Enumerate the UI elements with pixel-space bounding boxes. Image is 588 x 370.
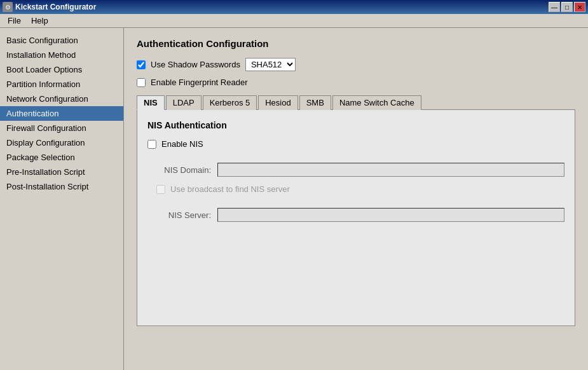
sidebar-item-network-config[interactable]: Network Configuration bbox=[0, 92, 123, 106]
content-area: Authentication Configuration Use Shadow … bbox=[124, 28, 588, 370]
nis-panel: NIS Authentication Enable NIS NIS Domain… bbox=[137, 110, 575, 326]
tab-nis[interactable]: NIS bbox=[137, 95, 165, 110]
fingerprint-row: Enable Fingerprint Reader bbox=[137, 78, 575, 87]
tab-bar: NIS LDAP Kerberos 5 Hesiod SMB Name Swit… bbox=[137, 95, 575, 110]
sidebar-item-basic-config[interactable]: Basic Configuration bbox=[0, 33, 123, 48]
app-icon: ⚙ bbox=[3, 2, 13, 12]
sidebar-item-pre-install[interactable]: Pre-Installation Script bbox=[0, 165, 123, 179]
sidebar: Basic Configuration Installation Method … bbox=[0, 28, 124, 370]
sidebar-item-partition-info[interactable]: Partition Information bbox=[0, 77, 123, 92]
shadow-passwords-label: Use Shadow Passwords bbox=[151, 60, 240, 69]
sidebar-item-post-install[interactable]: Post-Installation Script bbox=[0, 179, 123, 194]
close-button[interactable]: ✕ bbox=[574, 2, 585, 12]
sidebar-item-installation-method[interactable]: Installation Method bbox=[0, 48, 123, 62]
nis-domain-input[interactable] bbox=[217, 163, 564, 177]
tab-smb[interactable]: SMB bbox=[299, 95, 331, 110]
menu-file[interactable]: File bbox=[3, 15, 26, 27]
title-bar: ⚙ Kickstart Configurator — □ ✕ bbox=[0, 0, 588, 14]
window-title: Kickstart Configurator bbox=[15, 3, 96, 11]
use-broadcast-checkbox[interactable] bbox=[156, 185, 165, 194]
section-title: Authentication Configuration bbox=[137, 38, 575, 49]
sidebar-item-package-selection[interactable]: Package Selection bbox=[0, 150, 123, 165]
nis-form: Enable NIS NIS Domain: Use broadcast to … bbox=[147, 139, 564, 222]
window-controls[interactable]: — □ ✕ bbox=[549, 2, 585, 12]
sidebar-item-boot-loader[interactable]: Boot Loader Options bbox=[0, 62, 123, 77]
title-bar-left: ⚙ Kickstart Configurator bbox=[3, 2, 96, 12]
enable-nis-row: Enable NIS bbox=[147, 139, 564, 149]
fingerprint-checkbox[interactable] bbox=[137, 78, 146, 87]
nis-domain-row: NIS Domain: bbox=[147, 163, 564, 177]
menu-help[interactable]: Help bbox=[26, 15, 53, 27]
nis-domain-label: NIS Domain: bbox=[147, 165, 211, 175]
sidebar-item-authentication[interactable]: Authentication bbox=[0, 106, 123, 121]
minimize-button[interactable]: — bbox=[549, 2, 560, 12]
use-broadcast-label: Use broadcast to find NIS server bbox=[170, 184, 290, 194]
tab-hesiod[interactable]: Hesiod bbox=[258, 95, 297, 110]
sidebar-item-display-config[interactable]: Display Configuration bbox=[0, 135, 123, 150]
auth-tabs-container: NIS LDAP Kerberos 5 Hesiod SMB Name Swit… bbox=[137, 95, 575, 326]
sha-select[interactable]: MD5 SHA256 SHA512 bbox=[245, 58, 296, 71]
enable-nis-label: Enable NIS bbox=[161, 139, 203, 149]
maximize-button[interactable]: □ bbox=[561, 2, 573, 12]
nis-server-row: NIS Server: bbox=[147, 208, 564, 222]
enable-nis-checkbox[interactable] bbox=[147, 140, 156, 149]
menu-bar: File Help bbox=[0, 14, 588, 28]
shadow-passwords-checkbox[interactable] bbox=[137, 60, 146, 69]
use-broadcast-row: Use broadcast to find NIS server bbox=[147, 184, 564, 194]
fingerprint-label: Enable Fingerprint Reader bbox=[151, 78, 247, 87]
sidebar-item-firewall-config[interactable]: Firewall Configuration bbox=[0, 121, 123, 135]
nis-server-input[interactable] bbox=[217, 208, 564, 222]
nis-server-label: NIS Server: bbox=[147, 210, 211, 220]
tab-kerberos5[interactable]: Kerberos 5 bbox=[203, 95, 257, 110]
tab-name-switch-cache[interactable]: Name Switch Cache bbox=[332, 95, 421, 110]
nis-panel-title: NIS Authentication bbox=[147, 120, 564, 130]
shadow-passwords-row: Use Shadow Passwords MD5 SHA256 SHA512 bbox=[137, 58, 575, 71]
main-content: Basic Configuration Installation Method … bbox=[0, 28, 588, 370]
tab-ldap[interactable]: LDAP bbox=[166, 95, 202, 110]
